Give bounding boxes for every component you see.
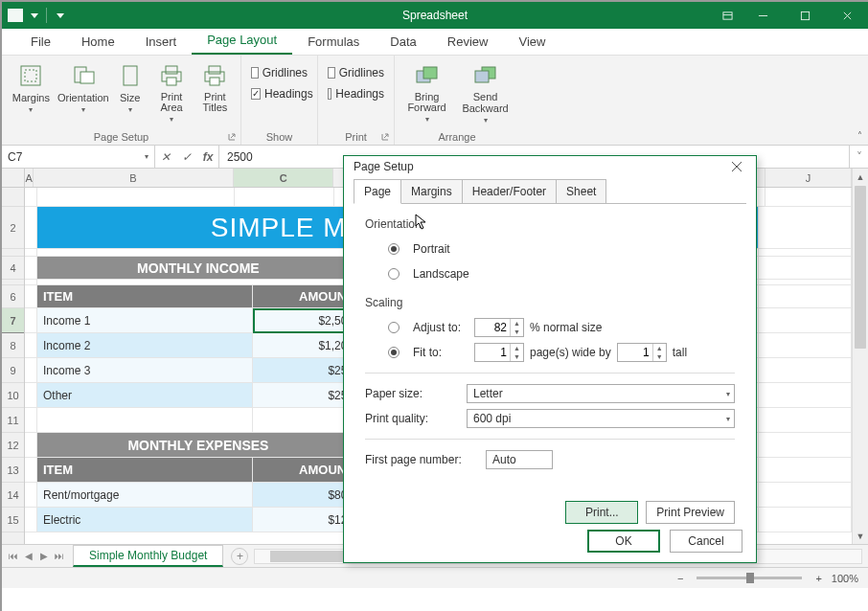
scroll-thumb[interactable] <box>855 186 866 349</box>
tab-formulas[interactable]: Formulas <box>292 29 375 55</box>
zoom-slider[interactable] <box>697 577 802 579</box>
landscape-radio[interactable]: Landscape <box>388 261 735 286</box>
select-all-corner[interactable] <box>2 169 24 188</box>
print-button[interactable]: Print... <box>565 501 638 524</box>
send-backward-button[interactable]: SendBackward▾ <box>457 59 514 126</box>
dialog-tab-page[interactable]: Page <box>354 179 401 204</box>
svg-rect-20 <box>475 71 489 82</box>
adjust-to-radio[interactable] <box>388 322 400 333</box>
status-bar: − + 100% <box>2 567 868 588</box>
margins-button[interactable]: Margins▾ <box>8 59 55 126</box>
scroll-up-icon[interactable]: ▲ <box>853 169 868 185</box>
name-box[interactable]: C7▾ <box>2 146 155 168</box>
row-header[interactable]: 9 <box>2 358 24 383</box>
row-header[interactable]: 10 <box>2 383 24 408</box>
dialog-tab-sheet[interactable]: Sheet <box>556 179 606 204</box>
ribbon-group-arrange: BringForward▾ SendBackward▾ Arrange <box>395 56 519 145</box>
ribbon-group-print: Gridlines Headings Print <box>318 56 395 145</box>
column-header-item[interactable]: ITEM <box>37 285 253 308</box>
zoom-out-icon[interactable]: − <box>677 573 683 584</box>
table-cell[interactable]: Other <box>37 383 253 408</box>
quick-access-dropdown-icon[interactable] <box>31 13 38 18</box>
row-header[interactable]: 13 <box>2 458 24 483</box>
orientation-button[interactable]: Orientation▾ <box>58 59 108 126</box>
page-setup-launcher-icon[interactable] <box>227 132 237 142</box>
print-quality-combo[interactable]: 600 dpi▾ <box>467 409 735 428</box>
paper-size-label: Paper size: <box>365 387 461 400</box>
first-page-number-input[interactable]: Auto <box>486 450 553 469</box>
tab-home[interactable]: Home <box>66 29 130 55</box>
col-header[interactable]: B <box>34 169 234 187</box>
print-launcher-icon[interactable] <box>380 132 390 142</box>
print-titles-button[interactable]: PrintTitles <box>195 59 235 126</box>
show-headings-checkbox[interactable]: Headings <box>247 84 311 103</box>
window-close-button[interactable] <box>826 2 868 29</box>
section-header[interactable]: MONTHLY INCOME <box>37 257 360 280</box>
fx-icon[interactable]: fx <box>197 150 218 164</box>
col-header[interactable]: A <box>25 169 34 187</box>
fit-to-radio[interactable] <box>388 347 400 358</box>
dialog-tab-margins[interactable]: Margins <box>400 179 463 204</box>
print-preview-button[interactable]: Print Preview <box>646 501 735 524</box>
size-button[interactable]: Size▾ <box>112 59 148 126</box>
portrait-radio[interactable]: Portrait <box>388 237 735 261</box>
table-cell[interactable]: Rent/mortgage <box>37 483 253 508</box>
table-cell[interactable]: Electric <box>37 508 253 532</box>
zoom-level[interactable]: 100% <box>832 573 858 584</box>
zoom-slider-thumb[interactable] <box>746 573 754 583</box>
table-cell[interactable]: Income 1 <box>37 308 253 333</box>
tab-file[interactable]: File <box>15 29 66 55</box>
tab-insert[interactable]: Insert <box>130 29 193 55</box>
quick-access-customize-icon[interactable] <box>57 13 64 18</box>
tab-review[interactable]: Review <box>432 29 504 55</box>
col-header[interactable]: J <box>765 169 852 187</box>
print-gridlines-checkbox[interactable]: Gridlines <box>324 63 388 82</box>
dialog-tab-header-footer[interactable]: Header/Footer <box>462 179 557 204</box>
tab-view[interactable]: View <box>503 29 560 55</box>
ribbon-collapse-icon[interactable]: ˄ <box>857 130 862 141</box>
enter-formula-icon[interactable]: ✓ <box>176 150 197 164</box>
adjust-to-spinner[interactable]: ▲▼ <box>474 318 524 337</box>
expand-formula-bar-icon[interactable]: ˅ <box>849 146 868 168</box>
table-cell[interactable]: Income 2 <box>37 333 253 358</box>
row-header[interactable]: 15 <box>2 508 24 532</box>
zoom-in-icon[interactable]: + <box>815 573 821 584</box>
print-headings-checkbox[interactable]: Headings <box>324 84 388 103</box>
print-area-button[interactable]: PrintArea▾ <box>151 59 191 126</box>
row-header[interactable]: 12 <box>2 433 24 458</box>
window-maximize-button[interactable] <box>784 2 826 29</box>
scroll-thumb[interactable] <box>270 551 347 562</box>
row-header[interactable]: 2 <box>2 207 24 249</box>
table-cell[interactable]: Income 3 <box>37 358 253 383</box>
sheet-tab[interactable]: Simple Monthly Budget <box>73 545 223 567</box>
tab-page-layout[interactable]: Page Layout <box>192 27 292 55</box>
row-header[interactable] <box>2 249 24 257</box>
tab-data[interactable]: Data <box>375 29 431 55</box>
col-header[interactable]: C <box>234 169 333 187</box>
add-sheet-button[interactable]: + <box>231 548 248 565</box>
window-minimize-button[interactable] <box>742 2 784 29</box>
column-header-item[interactable]: ITEM <box>37 458 253 483</box>
ribbon-display-options[interactable] <box>713 2 742 29</box>
row-header[interactable]: 7 <box>2 308 24 333</box>
bring-forward-button[interactable]: BringForward▾ <box>400 59 453 126</box>
cancel-formula-icon[interactable]: ✕ <box>155 150 176 164</box>
row-header[interactable]: 6 <box>2 285 24 308</box>
fit-height-spinner[interactable]: ▲▼ <box>617 343 667 362</box>
row-header[interactable]: 8 <box>2 333 24 358</box>
row-header[interactable]: 14 <box>2 483 24 508</box>
row-header[interactable]: 11 <box>2 408 24 433</box>
row-header[interactable]: 4 <box>2 257 24 280</box>
paper-size-combo[interactable]: Letter▾ <box>467 384 735 403</box>
fit-width-spinner[interactable]: ▲▼ <box>474 343 524 362</box>
show-gridlines-checkbox[interactable]: Gridlines <box>247 63 311 82</box>
scroll-down-icon[interactable]: ▼ <box>853 528 868 544</box>
cancel-button[interactable]: Cancel <box>670 530 742 553</box>
orientation-label: Orientation <box>365 217 735 231</box>
row-header[interactable] <box>2 188 24 207</box>
ok-button[interactable]: OK <box>587 530 660 553</box>
sheet-nav[interactable]: ⏮◀▶⏭ <box>2 551 71 561</box>
vertical-scrollbar[interactable]: ▲ ▼ <box>852 169 868 544</box>
section-header[interactable]: MONTHLY EXPENSES <box>37 433 360 458</box>
dialog-close-button[interactable] <box>727 157 746 176</box>
